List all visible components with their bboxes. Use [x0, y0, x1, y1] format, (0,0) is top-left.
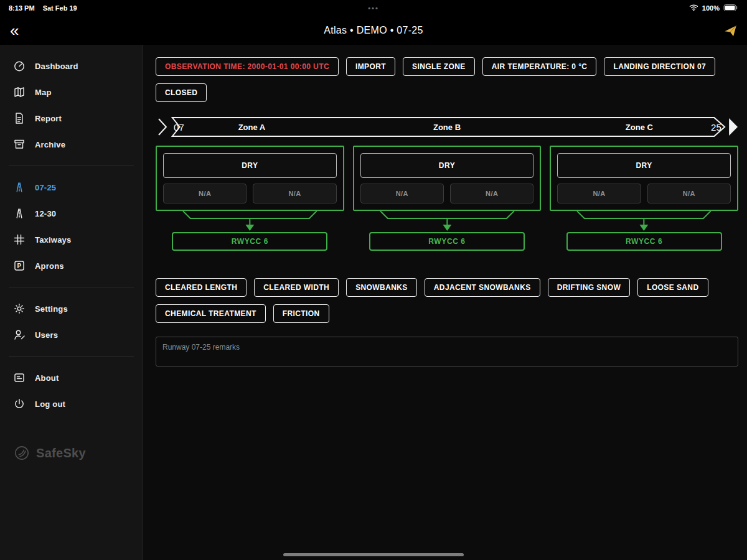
- archive-icon: [12, 138, 26, 151]
- single-zone-button[interactable]: SINGLE ZONE: [403, 57, 475, 76]
- runway-icon: [12, 180, 26, 194]
- sidebar-item-aprons[interactable]: P Aprons: [0, 253, 143, 279]
- sidebar-item-label: Users: [35, 330, 58, 340]
- friction-button[interactable]: FRICTION: [273, 304, 329, 323]
- zone-c-coverage-button[interactable]: N/A: [557, 184, 641, 203]
- sidebar-item-label: Settings: [35, 304, 68, 314]
- svg-text:P: P: [17, 263, 22, 269]
- page-title: Atlas • DEMO • 07-25: [0, 25, 747, 36]
- sidebar-item-label: Dashboard: [35, 62, 78, 71]
- zone-a-rwycc-button[interactable]: RWYCC 6: [172, 232, 327, 251]
- chemical-treatment-button[interactable]: CHEMICAL TREATMENT: [156, 304, 266, 323]
- air-temperature-button[interactable]: AIR TEMPERATURE: 0 °C: [482, 57, 597, 76]
- taxiways-icon: [12, 233, 26, 246]
- zone-a-connector: [156, 211, 344, 232]
- multitask-indicator: •••: [0, 4, 747, 12]
- sidebar: Dashboard Map Report Archive: [0, 45, 143, 560]
- safesky-logo: SafeSky: [0, 445, 143, 461]
- safesky-logo-icon: [14, 445, 30, 461]
- home-indicator[interactable]: [283, 553, 464, 556]
- battery-icon: [723, 4, 738, 13]
- toolbar-row-1: OBSERVATION TIME: 2000-01-01 00:00 UTC I…: [156, 57, 738, 76]
- zone-c-surface-button[interactable]: DRY: [557, 153, 731, 178]
- user-icon: [12, 328, 26, 342]
- main-content: OBSERVATION TIME: 2000-01-01 00:00 UTC I…: [143, 45, 747, 560]
- zone-c-panel: DRY N/A N/A: [550, 146, 738, 211]
- remarks-input[interactable]: [156, 337, 738, 366]
- sidebar-item-dashboard[interactable]: Dashboard: [0, 53, 143, 79]
- loose-sand-button[interactable]: LOOSE SAND: [637, 278, 708, 297]
- cleared-length-button[interactable]: CLEARED LENGTH: [156, 278, 247, 297]
- status-right: 100%: [689, 4, 738, 13]
- paper-plane-icon: [724, 24, 737, 37]
- map-icon: [12, 85, 26, 99]
- landing-direction-button[interactable]: LANDING DIRECTION 07: [604, 57, 715, 76]
- drifting-snow-button[interactable]: DRIFTING SNOW: [548, 278, 631, 297]
- zone-panels-row: DRY N/A N/A DRY N/A N/A DRY N: [156, 146, 738, 211]
- sidebar-item-about[interactable]: About: [0, 365, 143, 391]
- closed-button[interactable]: CLOSED: [156, 83, 207, 102]
- zone-c-depth-button[interactable]: N/A: [647, 184, 731, 203]
- app-header: « Atlas • DEMO • 07-25: [0, 16, 747, 45]
- power-icon: [12, 397, 26, 411]
- date: Sat Feb 19: [43, 4, 77, 12]
- sidebar-item-label: Map: [35, 88, 52, 97]
- send-report-button[interactable]: [724, 24, 737, 37]
- zone-a-label: Zone A: [238, 123, 266, 132]
- cleared-width-button[interactable]: CLEARED WIDTH: [254, 278, 339, 297]
- sidebar-item-runway-07-25[interactable]: 07-25: [0, 174, 143, 200]
- zone-connectors-row: [156, 211, 738, 232]
- zone-b-connector: [353, 211, 542, 232]
- zone-b-coverage-button[interactable]: N/A: [360, 184, 444, 203]
- toolbar-row-2: CLOSED: [156, 83, 738, 102]
- sidebar-item-label: Aprons: [35, 261, 64, 271]
- dashboard-icon: [12, 59, 26, 73]
- zone-c-connector: [550, 211, 738, 232]
- zone-b-surface-button[interactable]: DRY: [360, 153, 534, 178]
- runway-banner: 07 Zone A Zone B Zone C 25: [156, 116, 738, 138]
- sidebar-item-logout[interactable]: Log out: [0, 391, 143, 417]
- safesky-logo-text: SafeSky: [36, 446, 86, 460]
- sidebar-item-map[interactable]: Map: [0, 79, 143, 105]
- observation-time-button[interactable]: OBSERVATION TIME: 2000-01-01 00:00 UTC: [156, 57, 339, 76]
- app-screen: 8:13 PM Sat Feb 19 ••• 100% « At: [0, 0, 747, 560]
- status-left: 8:13 PM Sat Feb 19: [9, 4, 83, 12]
- sidebar-item-label: 12-30: [35, 209, 56, 218]
- sidebar-item-label: About: [35, 373, 59, 383]
- zone-a-depth-button[interactable]: N/A: [253, 184, 336, 203]
- sidebar-item-label: Log out: [35, 399, 65, 409]
- sidebar-item-archive[interactable]: Archive: [0, 131, 143, 157]
- zone-a-surface-button[interactable]: DRY: [163, 153, 337, 178]
- sidebar-divider: [9, 166, 134, 166]
- about-icon: [12, 371, 26, 385]
- sidebar-item-taxiways[interactable]: Taxiways: [0, 226, 143, 253]
- runway-icon: [12, 207, 26, 220]
- back-button[interactable]: «: [10, 22, 19, 39]
- sidebar-item-report[interactable]: Report: [0, 105, 143, 131]
- zone-a-coverage-button[interactable]: N/A: [163, 184, 247, 203]
- sidebar-item-label: Archive: [35, 140, 65, 149]
- zone-c-label: Zone C: [626, 123, 653, 132]
- sidebar-item-settings[interactable]: Settings: [0, 296, 143, 322]
- runway-designator-right: 25: [711, 122, 721, 133]
- zone-b-label: Zone B: [433, 123, 461, 132]
- wifi-icon: [689, 4, 698, 12]
- sidebar-divider: [9, 356, 134, 357]
- runway-designator-left: 07: [174, 122, 184, 133]
- zone-c-rwycc-button[interactable]: RWYCC 6: [566, 232, 722, 251]
- snowbanks-button[interactable]: SNOWBANKS: [346, 278, 417, 297]
- gear-icon: [12, 302, 26, 315]
- adjacent-snowbanks-button[interactable]: ADJACENT SNOWBANKS: [425, 278, 540, 297]
- sidebar-divider: [9, 287, 134, 287]
- report-icon: [12, 111, 26, 125]
- zone-b-depth-button[interactable]: N/A: [450, 184, 533, 203]
- sidebar-item-users[interactable]: Users: [0, 322, 143, 348]
- clock: 8:13 PM: [9, 4, 35, 12]
- import-button[interactable]: IMPORT: [346, 57, 395, 76]
- sidebar-item-label: 07-25: [35, 183, 56, 192]
- zone-b-rwycc-button[interactable]: RWYCC 6: [369, 232, 525, 251]
- condition-buttons-row-1: CLEARED LENGTH CLEARED WIDTH SNOWBANKS A…: [156, 278, 738, 297]
- sidebar-item-runway-12-30[interactable]: 12-30: [0, 200, 143, 226]
- battery-percent: 100%: [702, 4, 720, 12]
- rwycc-row: RWYCC 6 RWYCC 6 RWYCC 6: [156, 232, 738, 251]
